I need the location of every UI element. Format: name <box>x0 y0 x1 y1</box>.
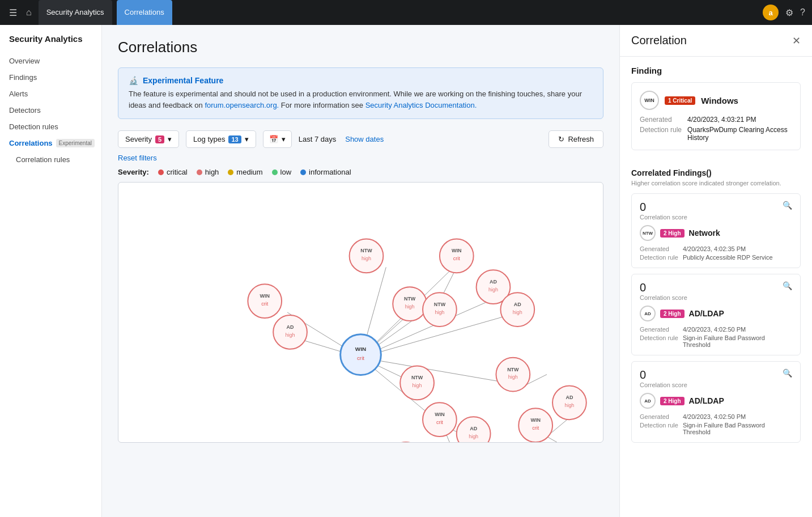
node-win-crit-right[interactable]: WIN crit <box>518 408 552 442</box>
corr-source-2: AD <box>640 393 656 409</box>
corr-source-1: AD <box>640 306 656 321</box>
critical-dot <box>158 169 164 175</box>
banner-title: 🔬 Experimental Feature <box>129 76 593 85</box>
medium-dot <box>228 169 233 175</box>
sidebar-item-detectors[interactable]: Detectors <box>0 102 101 118</box>
corr-meta-1: Generated 4/20/2023, 4:02:50 PM Detectio… <box>640 326 792 348</box>
sidebar-item-alerts[interactable]: Alerts <box>0 86 101 102</box>
refresh-icon: ↻ <box>558 135 564 143</box>
corr-badge-2: 2 High <box>660 397 685 405</box>
panel-title: Correlation <box>631 34 687 47</box>
corr-badge-1: 2 High <box>660 310 685 318</box>
home-icon[interactable]: ⌂ <box>24 5 34 20</box>
page-title: Correlations <box>118 39 603 56</box>
filter-bar: Severity 5 ▾ Log types 13 ▾ 📅 ▾ Last 7 d… <box>118 130 603 148</box>
panel-close-button[interactable]: ✕ <box>792 35 801 47</box>
corr-source-0: NTW <box>640 225 656 241</box>
docs-link[interactable]: Security Analytics Documentation. <box>365 101 477 109</box>
forum-link[interactable]: forum.opensearch.org. <box>205 101 279 109</box>
experimental-badge: Experimental <box>56 139 95 147</box>
sidebar-label-detection-rules: Detection rules <box>9 122 58 131</box>
log-types-filter[interactable]: Log types 13 ▾ <box>186 130 256 148</box>
legend-low: low <box>272 168 292 176</box>
reset-filters-button[interactable]: Reset filters <box>118 154 157 162</box>
svg-text:crit: crit <box>261 301 268 307</box>
severity-badge: 5 <box>155 135 164 143</box>
help-icon[interactable]: ? <box>800 7 805 18</box>
settings-icon[interactable]: ⚙ <box>785 7 793 18</box>
log-types-chevron-icon: ▾ <box>245 135 249 143</box>
experimental-banner: 🔬 Experimental Feature The feature is ex… <box>118 67 603 119</box>
node-ntw-high-right-center[interactable]: NTW high <box>400 366 434 400</box>
sidebar-label-alerts: Alerts <box>9 90 28 98</box>
corr-search-icon-1[interactable]: 🔍 <box>783 281 792 290</box>
panel-finding-section: Finding WIN 1 Critical Windows Generated… <box>620 57 812 159</box>
corr-search-icon-0[interactable]: 🔍 <box>783 201 792 210</box>
svg-text:NTW: NTW <box>360 248 372 253</box>
flask-icon: 🔬 <box>129 76 138 85</box>
svg-text:high: high <box>405 304 415 310</box>
svg-text:high: high <box>508 374 518 380</box>
corr-name-0: Network <box>689 228 720 238</box>
finding-meta: Generated 4/20/2023, 4:03:21 PM Detectio… <box>640 116 792 142</box>
high-dot <box>197 169 202 175</box>
date-picker[interactable]: 📅 ▾ <box>263 130 292 148</box>
banner-text: The feature is experimental and should n… <box>129 88 593 111</box>
node-ad-high-bottom1[interactable]: AD high <box>457 417 491 442</box>
corr-score-label-2: Correlation score <box>640 382 687 388</box>
correlation-graph[interactable]: WIN crit NTW high AD high <box>118 182 603 443</box>
svg-text:crit: crit <box>436 419 443 425</box>
svg-text:AD: AD <box>490 279 497 285</box>
severity-filter[interactable]: Severity 5 ▾ <box>118 130 179 148</box>
high-label: high <box>205 168 219 176</box>
node-ntw-high-center[interactable]: NTW high <box>423 293 457 327</box>
node-win-crit-bottom1[interactable]: WIN crit <box>423 402 457 437</box>
corr-finding-header-1: AD 2 High AD/LDAP <box>640 306 792 321</box>
corr-score-num-0: 0 <box>640 201 687 214</box>
node-ad-high-left[interactable]: AD high <box>273 315 307 349</box>
corr-score-num-2: 0 <box>640 368 687 382</box>
informational-label: informational <box>309 168 351 176</box>
right-panel: Correlation ✕ Finding WIN 1 Critical Win… <box>619 25 812 517</box>
breadcrumb-correlations[interactable]: Correlations <box>117 0 172 25</box>
finding-header: WIN 1 Critical Windows <box>640 91 792 110</box>
avatar[interactable]: a <box>763 5 779 20</box>
breadcrumb-security-analytics[interactable]: Security Analytics <box>39 0 112 25</box>
corr-badge-0: 2 High <box>660 229 685 238</box>
show-dates-button[interactable]: Show dates <box>345 135 384 143</box>
corr-score-block-1: 0 Correlation score <box>640 281 687 301</box>
corr-meta-2: Generated 4/20/2023, 4:02:50 PM Detectio… <box>640 413 792 435</box>
node-win-crit-center[interactable]: WIN crit <box>341 334 381 375</box>
svg-text:AD: AD <box>514 302 521 307</box>
refresh-button[interactable]: ↻ Refresh <box>549 130 603 148</box>
svg-text:NTW: NTW <box>404 296 416 302</box>
sidebar-item-correlation-rules[interactable]: Correlation rules <box>0 151 101 168</box>
node-win-crit-topleft[interactable]: WIN crit <box>248 284 282 318</box>
corr-gen-value-0: 4/20/2023, 4:02:35 PM <box>683 245 792 252</box>
corr-findings-title: Correlated Findings() <box>631 168 801 177</box>
node-ntw-high-center-left[interactable]: NTW high <box>393 287 427 321</box>
corr-score-num-1: 0 <box>640 281 687 294</box>
date-range-label: Last 7 days <box>299 135 337 143</box>
corr-search-icon-2[interactable]: 🔍 <box>783 368 792 378</box>
node-ntw-high-bottom-right[interactable]: NTW high <box>496 358 530 392</box>
menu-icon[interactable]: ☰ <box>7 5 19 20</box>
corr-finding-header-2: AD 2 High AD/LDAP <box>640 393 792 409</box>
node-ntw-high-top[interactable]: NTW high <box>350 239 384 273</box>
sidebar: Security Analytics Overview Findings Ale… <box>0 25 102 517</box>
node-win-crit-top-center[interactable]: WIN crit <box>440 239 474 273</box>
sidebar-label-findings: Findings <box>9 73 37 82</box>
legend-informational: informational <box>300 168 351 176</box>
sidebar-item-correlations[interactable]: Correlations Experimental <box>0 135 101 151</box>
svg-text:AD: AD <box>566 395 573 400</box>
node-ad-high-topright2[interactable]: AD high <box>500 293 534 327</box>
sidebar-item-overview[interactable]: Overview <box>0 53 101 69</box>
sidebar-item-findings[interactable]: Findings <box>0 69 101 86</box>
sidebar-item-detection-rules[interactable]: Detection rules <box>0 118 101 135</box>
informational-dot <box>300 169 306 175</box>
svg-text:crit: crit <box>532 425 539 431</box>
detection-rule-label: Detection rule <box>640 126 682 142</box>
corr-name-1: AD/LDAP <box>689 309 724 318</box>
corr-findings-subtitle: Higher correlation score indicated stron… <box>631 180 801 187</box>
node-ad-high-far-right[interactable]: AD high <box>552 385 586 419</box>
